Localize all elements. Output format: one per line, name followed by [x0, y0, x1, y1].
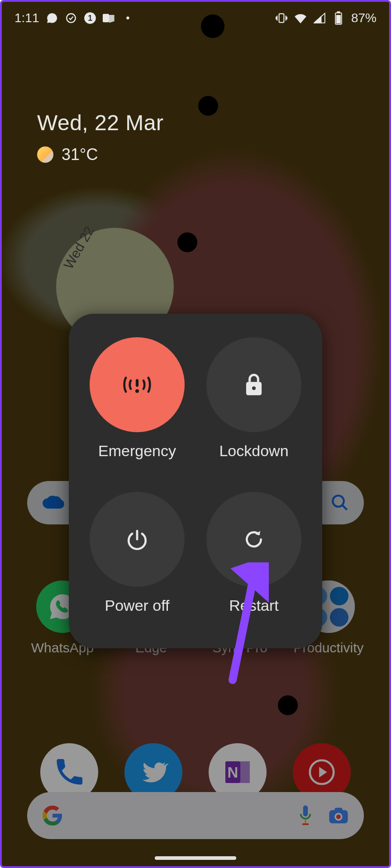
svg-rect-10 [240, 761, 250, 783]
chat-icon [46, 12, 58, 24]
svg-rect-7 [336, 15, 341, 24]
mic-icon[interactable] [296, 804, 315, 827]
svg-text:N: N [228, 764, 238, 781]
battery-icon [332, 12, 345, 24]
status-bar: 1:11 1 • 87% [2, 2, 389, 34]
weather-icon [37, 146, 53, 163]
onenote-icon: N [221, 756, 254, 788]
twitter-icon [138, 757, 168, 787]
restart-label: Restart [229, 597, 279, 614]
svg-point-21 [135, 389, 139, 393]
ytmusic-icon [306, 756, 338, 788]
svg-rect-17 [334, 808, 342, 812]
power-icon [90, 492, 185, 587]
statusbar-time: 1:11 [14, 11, 39, 25]
more-dot-icon: • [122, 12, 134, 24]
restart-button[interactable]: Restart [202, 492, 306, 628]
outlook-icon [103, 12, 115, 24]
lockdown-label: Lockdown [219, 442, 288, 460]
signal-icon [313, 12, 326, 24]
temperature-text: 31°C [62, 145, 98, 164]
power-off-button[interactable]: Power off [85, 492, 189, 628]
sync-icon [65, 12, 77, 24]
wallpaper-dot [177, 232, 197, 252]
lock-icon [206, 337, 301, 432]
svg-point-0 [67, 14, 76, 23]
emergency-button[interactable]: Emergency [85, 337, 189, 474]
svg-rect-3 [103, 14, 109, 23]
emergency-label: Emergency [98, 442, 176, 460]
onedrive-icon [42, 495, 65, 511]
svg-rect-20 [136, 379, 138, 387]
svg-rect-15 [302, 823, 309, 825]
google-logo-icon [42, 805, 63, 826]
camera-icon[interactable] [328, 806, 349, 826]
restart-icon [206, 492, 301, 587]
wifi-icon [294, 12, 307, 24]
emergency-icon [90, 337, 185, 432]
wallpaper-dot [198, 96, 218, 116]
svg-point-8 [333, 495, 344, 507]
notif-1-icon: 1 [84, 12, 96, 24]
search-icon [330, 493, 349, 512]
date-text: Wed, 22 Mar [37, 110, 163, 135]
svg-point-19 [336, 814, 341, 819]
at-a-glance-widget[interactable]: Wed, 22 Mar 31°C [37, 110, 163, 164]
gesture-nav-handle[interactable] [155, 856, 236, 860]
svg-text:1: 1 [88, 14, 92, 23]
google-search-bar[interactable] [27, 792, 364, 839]
svg-point-23 [252, 387, 256, 390]
svg-rect-4 [279, 14, 284, 22]
lockdown-button[interactable]: Lockdown [202, 337, 306, 474]
svg-rect-14 [305, 820, 306, 824]
vibrate-icon [275, 12, 288, 24]
wallpaper-dot [278, 695, 298, 715]
phone-icon [53, 756, 86, 788]
power-menu: Emergency Lockdown Power off Restart [69, 314, 322, 648]
power-off-label: Power off [105, 597, 169, 614]
svg-rect-13 [303, 805, 308, 816]
battery-text: 87% [351, 11, 377, 25]
